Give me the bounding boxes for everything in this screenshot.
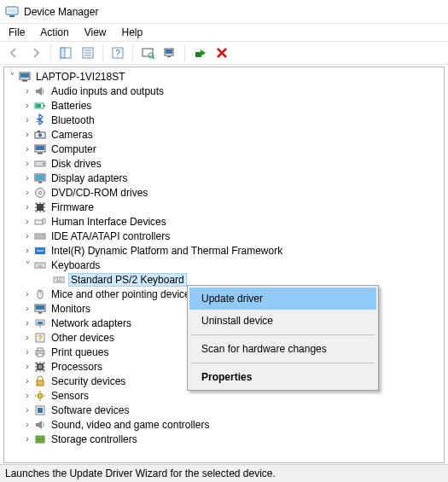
tree-item-dvd[interactable]: › DVD/CD-ROM drives	[6, 185, 444, 200]
menubar: File Action View Help	[0, 24, 448, 41]
device-tree[interactable]: ˅ LAPTOP-1VI218ST › Audio inputs and out…	[3, 67, 445, 463]
menu-properties[interactable]: Properties	[189, 366, 376, 388]
forward-button[interactable]	[26, 43, 46, 63]
svg-rect-65	[36, 439, 44, 443]
battery-icon	[33, 99, 47, 113]
expand-icon[interactable]: ›	[21, 377, 33, 386]
expand-icon[interactable]: ›	[21, 87, 33, 96]
menu-scan-hardware[interactable]: Scan for hardware changes	[189, 338, 376, 360]
expand-icon[interactable]: ›	[21, 305, 33, 313]
expand-icon[interactable]: ›	[21, 218, 33, 226]
menu-file[interactable]: File	[2, 25, 32, 40]
tree-item-label: Firmware	[49, 201, 96, 213]
svg-text:?: ?	[115, 49, 120, 58]
tree-item-label: Intel(R) Dynamic Platform and Thermal Fr…	[49, 245, 284, 257]
expand-icon[interactable]: ›	[21, 102, 33, 110]
tree-item-bluetooth[interactable]: › Bluetooth	[6, 113, 444, 127]
tree-item-storage[interactable]: › Storage controllers	[6, 432, 444, 446]
chip-icon	[33, 200, 47, 214]
svg-rect-51	[38, 322, 43, 324]
collapse-icon[interactable]: ˅	[21, 261, 33, 270]
tree-item-keyboards[interactable]: ˅ Keyboards	[6, 258, 444, 272]
menu-update-driver[interactable]: Update driver	[189, 287, 376, 310]
expand-icon[interactable]: ›	[21, 363, 33, 371]
tree-item-hid[interactable]: › Human Interface Devices	[6, 214, 444, 229]
separator	[184, 44, 185, 61]
tree-item-label: Processors	[49, 361, 104, 373]
tree-item-firmware[interactable]: › Firmware	[6, 200, 444, 214]
tree-item-label: Audio inputs and outputs	[49, 85, 166, 97]
expand-icon[interactable]: ›	[21, 116, 33, 125]
svg-rect-34	[38, 182, 42, 183]
expand-icon[interactable]: ›	[21, 189, 33, 197]
tree-item-audio[interactable]: › Audio inputs and outputs	[6, 84, 444, 98]
tree-item-display[interactable]: › Display adapters	[6, 171, 444, 185]
expand-icon[interactable]: ˅	[6, 73, 18, 81]
update-driver-button[interactable]	[160, 43, 180, 63]
expand-icon[interactable]: ›	[21, 131, 33, 139]
svg-rect-23	[36, 104, 41, 107]
expand-icon[interactable]: ›	[21, 145, 33, 154]
tree-item-label: Security devices	[49, 375, 127, 387]
properties-button[interactable]	[78, 43, 98, 63]
show-hide-tree-button[interactable]	[55, 43, 76, 63]
context-menu: Update driver Uninstall device Scan for …	[187, 285, 379, 391]
expand-icon[interactable]: ›	[21, 421, 33, 429]
svg-rect-38	[35, 220, 43, 224]
expand-icon[interactable]: ›	[21, 435, 33, 444]
svg-point-61	[38, 393, 43, 398]
svg-rect-17	[195, 52, 201, 57]
expand-icon[interactable]: ›	[21, 174, 33, 183]
tree-item-sound[interactable]: › Sound, video and game controllers	[6, 417, 444, 432]
menu-view[interactable]: View	[78, 25, 113, 40]
tree-item-label: Bluetooth	[49, 114, 96, 126]
scan-hardware-button[interactable]	[137, 43, 158, 63]
svg-rect-11	[143, 49, 153, 56]
tree-item-ide[interactable]: › IDE ATA/ATAPI controllers	[6, 229, 444, 243]
menu-uninstall-device[interactable]: Uninstall device	[189, 310, 376, 332]
expand-icon[interactable]: ›	[21, 232, 33, 241]
display-icon	[33, 171, 47, 185]
svg-rect-63	[38, 408, 43, 413]
other-icon: ?	[33, 331, 47, 345]
tree-item-computer[interactable]: › Computer	[6, 142, 444, 156]
cpu-icon	[33, 360, 47, 374]
svg-point-36	[39, 191, 42, 194]
expand-icon[interactable]: ›	[21, 203, 33, 212]
uninstall-device-button[interactable]	[212, 43, 232, 63]
expand-icon[interactable]: ›	[21, 319, 33, 328]
tree-item-disk[interactable]: › Disk drives	[6, 156, 444, 171]
expand-icon[interactable]: ›	[21, 290, 33, 299]
tree-item-software[interactable]: › Software devices	[6, 403, 444, 417]
svg-rect-20	[22, 80, 27, 82]
tree-root[interactable]: ˅ LAPTOP-1VI218ST	[6, 69, 444, 84]
svg-rect-43	[35, 263, 45, 268]
expand-icon[interactable]: ›	[21, 406, 33, 415]
storage-icon	[33, 433, 47, 446]
help-button[interactable]: ?	[108, 43, 128, 63]
expand-icon[interactable]: ›	[21, 160, 33, 168]
separator	[102, 44, 103, 61]
menu-action[interactable]: Action	[33, 25, 75, 40]
computer-icon	[18, 70, 32, 84]
back-button[interactable]	[3, 43, 24, 63]
svg-point-25	[38, 133, 42, 136]
tree-item-intel[interactable]: › Intel(R) Dynamic Platform and Thermal …	[6, 243, 444, 258]
svg-rect-44	[54, 277, 64, 282]
tree-item-label: Batteries	[49, 100, 93, 112]
expand-icon[interactable]: ›	[21, 348, 33, 357]
enable-device-button[interactable]	[189, 43, 210, 63]
tree-item-cameras[interactable]: › Cameras	[6, 127, 444, 142]
tree-item-batteries[interactable]: › Batteries	[6, 98, 444, 113]
tree-item-label: IDE ATA/ATAPI controllers	[49, 230, 172, 242]
expand-icon[interactable]: ›	[21, 247, 33, 255]
hid-icon	[33, 215, 47, 229]
expand-icon[interactable]: ›	[21, 392, 33, 400]
menu-help[interactable]: Help	[115, 25, 150, 40]
separator	[191, 363, 375, 363]
expand-icon[interactable]: ›	[21, 334, 33, 342]
svg-line-13	[153, 57, 154, 59]
svg-rect-64	[36, 436, 44, 439]
tree-item-label: Software devices	[49, 404, 131, 416]
tree-root-label: LAPTOP-1VI218ST	[34, 71, 127, 83]
